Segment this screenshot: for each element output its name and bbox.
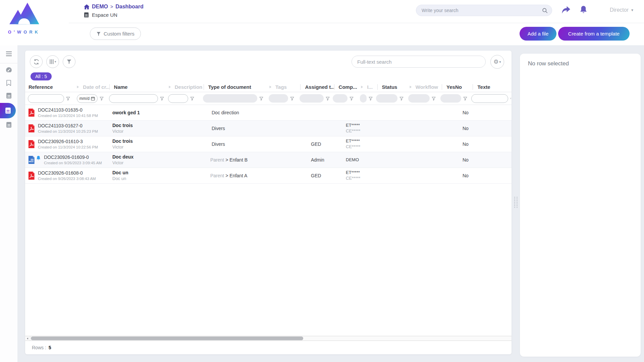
filter-text-input[interactable] <box>109 94 158 103</box>
column-header[interactable]: Comp... <box>334 82 361 92</box>
column-header[interactable]: I... <box>361 82 377 92</box>
no-row-selected-text: No row selected <box>528 60 569 67</box>
home-icon[interactable] <box>84 4 90 9</box>
document-name: Doc trois <box>112 138 174 144</box>
column-header[interactable]: Date of cr... <box>77 82 109 92</box>
columns-button[interactable]: ▾ <box>46 55 59 68</box>
table-row[interactable]: w DOC230926-01608-0 Created on 9/26/2023… <box>25 168 512 184</box>
all-count-badge[interactable]: All : 5 <box>31 72 52 80</box>
breadcrumb-root[interactable]: DEMO <box>92 4 108 10</box>
filter-funnel-icon[interactable] <box>399 96 404 101</box>
filter-text-input[interactable] <box>28 94 64 103</box>
sidebar-item-archive[interactable] <box>0 118 17 131</box>
filter-funnel-icon[interactable] <box>99 96 104 101</box>
notifications-button[interactable] <box>579 5 588 16</box>
filter-select[interactable] <box>203 94 257 103</box>
left-arrow-icon <box>27 338 28 340</box>
filter-funnel-icon[interactable] <box>66 96 70 101</box>
scroll-left-button[interactable] <box>25 336 30 341</box>
filter-select[interactable] <box>440 94 461 103</box>
custom-filters-button[interactable]: Custom filters <box>90 27 141 40</box>
column-header[interactable]: Assigned t... <box>300 82 334 92</box>
filter-funnel-icon[interactable] <box>160 96 164 101</box>
app-logo[interactable]: O'WORK <box>5 2 44 35</box>
cell-company: ET***** CE***** <box>346 123 374 134</box>
fulltext-search-input[interactable] <box>357 59 480 65</box>
column-header[interactable]: YesNo <box>442 82 473 92</box>
sidebar-item-dashboard[interactable] <box>0 63 17 76</box>
global-search-input[interactable] <box>422 8 542 13</box>
filter-text-input[interactable] <box>471 94 508 103</box>
book-icon <box>6 93 12 99</box>
filter-select[interactable] <box>408 94 430 103</box>
filter-funnel-icon[interactable] <box>290 96 294 101</box>
filter-cell <box>269 94 300 103</box>
create-from-template-button[interactable]: Create from a template <box>558 27 630 41</box>
filter-select[interactable] <box>269 94 288 103</box>
refresh-button[interactable] <box>30 55 43 68</box>
filters-button[interactable] <box>63 55 75 68</box>
sidebar-item-bookmarks[interactable] <box>0 76 17 89</box>
cell-yesno: No <box>458 157 490 163</box>
table-row[interactable]: w DOC230926-01610-3 Created on 11/3/2024… <box>25 136 512 152</box>
table-row[interactable]: w DOC241103-01627-0 Created on 11/3/2024… <box>25 121 512 136</box>
sidebar-item-documents[interactable] <box>0 89 17 102</box>
filter-funnel-icon[interactable] <box>349 96 354 101</box>
fulltext-search[interactable] <box>352 56 486 68</box>
book-icon-active <box>5 107 11 114</box>
filter-funnel-icon[interactable] <box>510 96 512 101</box>
column-header[interactable]: Type of document <box>204 82 269 92</box>
column-header[interactable]: Tags <box>269 82 300 92</box>
column-header[interactable]: Description <box>169 82 204 92</box>
column-separator <box>300 84 301 90</box>
column-header[interactable]: Name <box>109 82 169 92</box>
detail-panel: No row selected <box>520 54 641 357</box>
user-menu[interactable]: Director ▾ <box>610 7 633 13</box>
sidebar-item-ged-active[interactable] <box>0 103 16 118</box>
global-search[interactable] <box>416 5 552 16</box>
dashboard-gauge-icon <box>5 66 12 73</box>
table-settings-button[interactable]: ⚙ ▾ <box>490 55 504 69</box>
filter-select[interactable] <box>300 94 324 103</box>
column-header[interactable]: Workflow <box>410 82 442 92</box>
badge-row: All : 5 <box>25 69 512 82</box>
word-file-icon: w <box>28 156 35 164</box>
cell-assigned-to: GED <box>311 141 346 147</box>
filter-cell <box>168 94 203 103</box>
search-icon[interactable] <box>542 8 548 13</box>
bell-icon <box>579 5 588 14</box>
breadcrumb-current[interactable]: Dashboard <box>115 4 144 10</box>
filter-funnel-icon[interactable] <box>431 96 436 101</box>
column-separator <box>377 84 378 90</box>
column-header[interactable]: Reference <box>28 82 77 92</box>
filter-funnel-icon[interactable] <box>190 96 195 101</box>
filter-funnel-icon[interactable] <box>463 96 468 101</box>
table-row[interactable]: w DOC241103-01635-0 Created on 11/3/2024… <box>25 105 512 121</box>
sort-arrow-icon <box>361 85 363 88</box>
filter-funnel-icon[interactable] <box>325 96 330 101</box>
filter-select[interactable] <box>376 94 397 103</box>
cell-company: ET***** CE***** <box>346 138 374 150</box>
table-row[interactable]: w DOC230926-01609-0 Created on 9/26/2023… <box>25 152 512 168</box>
filter-date-input[interactable]: mm/d <box>77 94 98 103</box>
filter-cell <box>440 94 471 103</box>
column-header[interactable]: Status <box>377 82 410 92</box>
table-header-row: ReferenceDate of cr...NameDescriptionTyp… <box>25 82 512 92</box>
filter-select[interactable] <box>360 94 367 103</box>
share-button[interactable] <box>561 6 571 15</box>
add-file-button[interactable]: Add a file <box>520 27 556 41</box>
document-reference: DOC230926-01608-0 <box>38 170 96 176</box>
filter-funnel-icon[interactable] <box>259 96 264 101</box>
panel-resize-handle[interactable] <box>514 197 518 208</box>
calendar-icon[interactable] <box>91 97 95 101</box>
rows-count: 5 <box>49 345 51 350</box>
filter-select[interactable] <box>333 94 347 103</box>
horizontal-scrollbar[interactable] <box>25 336 512 341</box>
document-name: Doc un <box>112 170 174 176</box>
filter-funnel-icon[interactable] <box>368 96 373 101</box>
chevron-down-icon: ▾ <box>55 60 56 63</box>
menu-toggle-button[interactable] <box>0 47 17 60</box>
column-header[interactable]: Texte <box>473 82 512 92</box>
scrollbar-thumb[interactable] <box>31 337 303 340</box>
filter-text-input[interactable] <box>168 94 188 103</box>
